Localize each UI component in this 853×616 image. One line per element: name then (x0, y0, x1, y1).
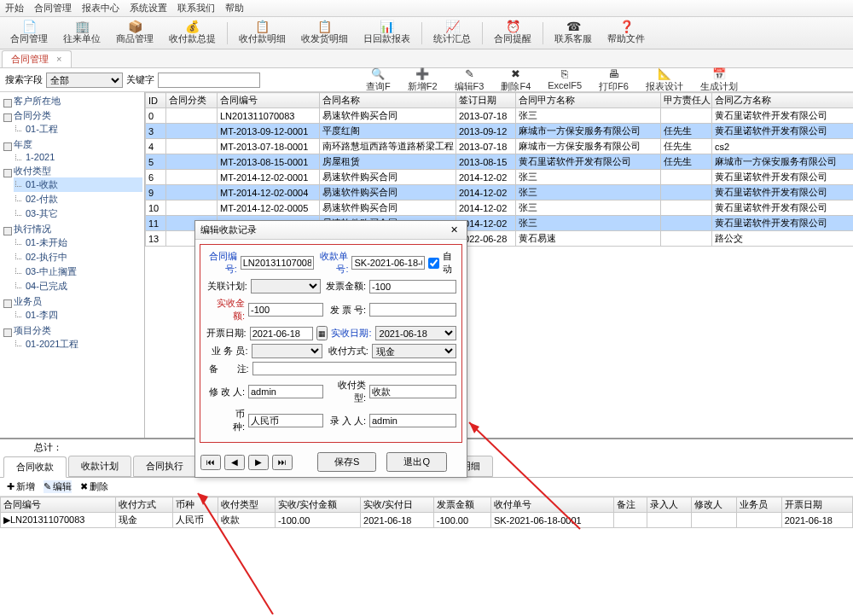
detail-col-header[interactable]: 修改人 (692, 497, 737, 513)
detail-col-header[interactable]: 收付方式 (115, 497, 172, 513)
type-input[interactable] (369, 385, 456, 398)
way-select[interactable]: 现金 (372, 344, 456, 358)
nav-prev-icon[interactable]: ◀ (224, 455, 245, 470)
inv-amt-input[interactable] (369, 280, 456, 293)
detail-col-header[interactable]: 实收/实付金额 (275, 497, 360, 513)
auto-checkbox[interactable] (428, 258, 439, 269)
memo-input[interactable] (252, 362, 456, 375)
close-icon[interactable]: × (56, 54, 61, 64)
toolbar-统计汇总[interactable]: 📈统计汇总 (426, 19, 478, 48)
toolbar-往来单位[interactable]: 🏢往来单位 (56, 19, 107, 48)
action-编辑F3[interactable]: ✎编辑F3 (455, 67, 485, 93)
detail-col-header[interactable]: 发票金额 (433, 497, 490, 513)
receipt-no-input[interactable] (351, 256, 425, 270)
cur-input[interactable] (248, 414, 323, 427)
action-新增F2[interactable]: ➕新增F2 (408, 67, 438, 93)
tree-leaf[interactable]: 01-收款 (14, 177, 142, 192)
dialog-close-icon[interactable]: ✕ (447, 224, 461, 235)
menu-settings[interactable]: 系统设置 (130, 2, 167, 15)
detail-col-header[interactable]: 合同编号 (1, 497, 116, 513)
staff-select[interactable] (252, 344, 323, 358)
col-header[interactable]: 合同编号 (218, 93, 320, 108)
mod-input[interactable] (248, 385, 323, 398)
tab-contract-mgmt[interactable]: 合同管理 × (2, 50, 72, 67)
bill-date-input[interactable] (250, 327, 313, 340)
nav-first-icon[interactable]: ⏮ (200, 455, 221, 470)
col-header[interactable]: 签订日期 (456, 93, 516, 108)
toolbar-联系客服[interactable]: ☎联系客服 (548, 19, 599, 48)
keyword-input[interactable] (158, 73, 260, 88)
tree-leaf[interactable]: 01-2021工程 (14, 337, 142, 352)
detail-col-header[interactable]: 业务员 (736, 497, 781, 513)
detail-grid[interactable]: 合同编号收付方式币种收付类型实收/实付金额实收/实付日发票金额收付单号备注录入人… (0, 497, 853, 528)
nav-next-icon[interactable]: ▶ (248, 455, 269, 470)
tree-node[interactable]: 客户所在地 (2, 94, 142, 108)
detail-col-header[interactable]: 备注 (614, 497, 647, 513)
toolbar-合同管理[interactable]: 📄合同管理 (3, 19, 55, 48)
table-row[interactable]: 4MT-2013-07-18-0001南环路慧垣西路等道路桥梁工程2013-07… (146, 139, 854, 154)
tree-leaf[interactable]: 01-未开始 (14, 235, 142, 250)
detail-col-header[interactable]: 收付类型 (218, 497, 275, 513)
action-ExcelF5[interactable]: ⎘ExcelF5 (548, 67, 582, 93)
detail-tab[interactable]: 收款计划 (68, 456, 131, 477)
sub-action-删除[interactable]: ✖ 删除 (80, 480, 108, 493)
tree-node[interactable]: 执行情况01-未开始02-执行中03-中止搁置04-已完成 (2, 222, 142, 294)
toolbar-合同提醒[interactable]: ⏰合同提醒 (487, 19, 538, 48)
nav-last-icon[interactable]: ⏭ (272, 455, 293, 470)
detail-tab[interactable]: 合同收款 (3, 456, 67, 478)
menu-help[interactable]: 帮助 (225, 2, 244, 15)
detail-col-header[interactable]: 实收/实付日 (361, 497, 434, 513)
menu-start[interactable]: 开始 (5, 2, 24, 15)
action-删除F4[interactable]: ✖删除F4 (501, 67, 531, 93)
bill-date-picker-icon[interactable]: ▦ (316, 326, 328, 340)
tree-node[interactable]: 业务员01-李四 (2, 294, 142, 323)
in-input[interactable] (369, 414, 456, 427)
detail-col-header[interactable]: 收付单号 (490, 497, 614, 513)
table-row[interactable]: 6MT-2014-12-02-0001易速软件购买合同2014-12-02张三黄… (146, 170, 854, 185)
toolbar-日回款报表[interactable]: 📊日回款报表 (357, 19, 417, 48)
menu-report[interactable]: 报表中心 (82, 2, 119, 15)
real-date-select[interactable]: 2021-06-18 (375, 326, 457, 340)
action-打印F6[interactable]: 🖶打印F6 (599, 67, 629, 93)
toolbar-收发货明细[interactable]: 📋收发货明细 (294, 19, 355, 48)
table-row[interactable]: 5MT-2013-08-15-0001房屋租赁2013-08-15黄石里诺软件开… (146, 154, 854, 170)
tree-leaf[interactable]: 01-工程 (14, 122, 142, 137)
menu-contact[interactable]: 联系我们 (177, 2, 215, 15)
table-row[interactable]: 9MT-2014-12-02-0004易速软件购买合同2014-12-02张三黄… (146, 185, 854, 200)
inv-no-input[interactable] (369, 303, 456, 317)
contract-no-input[interactable] (241, 256, 314, 270)
action-报表设计[interactable]: 📐报表设计 (646, 67, 683, 93)
search-field-select[interactable]: 全部 (46, 73, 123, 88)
table-row[interactable]: 0LN201311070083易速软件购买合同2013-07-18张三黄石里诺软… (146, 108, 854, 124)
detail-col-header[interactable]: 录入人 (647, 497, 692, 513)
col-header[interactable]: 合同名称 (320, 93, 456, 108)
table-row[interactable]: 3MT-2013-09-12-0001平度红阁2013-09-12麻城市一方保安… (146, 124, 854, 139)
toolbar-收付款总提[interactable]: 💰收付款总提 (162, 19, 223, 48)
detail-col-header[interactable]: 开票日期 (781, 497, 852, 513)
tree-node[interactable]: 收付类型01-收款02-付款03-其它 (2, 164, 142, 222)
table-row[interactable]: 10MT-2014-12-02-0005易速软件购买合同2014-12-02张三… (146, 200, 854, 216)
tree-leaf[interactable]: 02-付款 (14, 192, 142, 206)
detail-col-header[interactable]: 币种 (173, 497, 218, 513)
category-tree[interactable]: 客户所在地合同分类01-工程年度1-2021收付类型01-收款02-付款03-其… (0, 92, 145, 438)
sub-action-新增[interactable]: ✚ 新增 (7, 480, 35, 493)
toolbar-商品管理[interactable]: 📦商品管理 (109, 19, 160, 48)
tree-leaf[interactable]: 1-2021 (14, 151, 142, 163)
col-header[interactable]: ID (146, 93, 166, 108)
col-header[interactable]: 合同甲方名称 (516, 93, 661, 108)
col-header[interactable]: 合同分类 (166, 93, 218, 108)
tree-leaf[interactable]: 03-中止搁置 (14, 264, 142, 279)
detail-tab[interactable]: 合同执行 (133, 456, 196, 477)
quit-button[interactable]: 退出Q (386, 452, 447, 472)
sub-action-编辑[interactable]: ✎ 编辑 (44, 480, 72, 493)
toolbar-收付款明细[interactable]: 📋收付款明细 (232, 19, 293, 48)
menu-contract[interactable]: 合同管理 (34, 2, 72, 15)
save-button[interactable]: 保存S (317, 452, 376, 472)
detail-row[interactable]: ▶LN201311070083现金人民币收款-100.002021-06-18-… (1, 513, 853, 528)
action-查询F[interactable]: 🔍查询F (366, 67, 391, 93)
col-header[interactable]: 合同乙方名称 (712, 93, 854, 108)
toolbar-帮助文件[interactable]: ❓帮助文件 (601, 19, 652, 48)
col-header[interactable]: 甲方责任人 (661, 93, 712, 108)
tree-node[interactable]: 年度1-2021 (2, 137, 142, 164)
plan-select[interactable] (251, 279, 322, 293)
